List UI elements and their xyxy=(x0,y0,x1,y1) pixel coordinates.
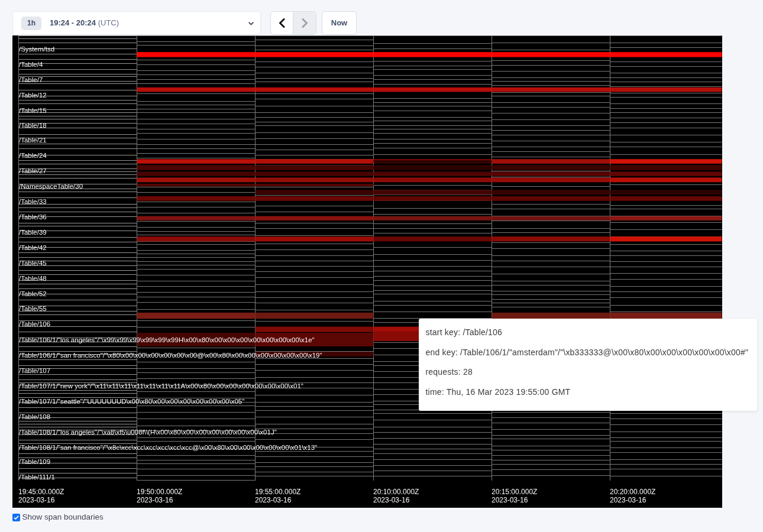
svg-text:20:10:00.000Z: 20:10:00.000Z xyxy=(373,488,419,496)
svg-text:20:15:00.000Z: 20:15:00.000Z xyxy=(492,488,537,496)
svg-text:/Table/106: /Table/106 xyxy=(19,320,50,327)
svg-text:/NamespaceTable/30: /NamespaceTable/30 xyxy=(19,183,83,190)
svg-text:2023-03-16: 2023-03-16 xyxy=(610,496,646,504)
svg-text:/Table/33: /Table/33 xyxy=(19,198,47,205)
svg-text:/Table/15: /Table/15 xyxy=(19,107,47,114)
svg-text:/Table/109: /Table/109 xyxy=(19,458,50,465)
svg-text:/Table/39: /Table/39 xyxy=(19,229,47,236)
svg-text:/Table/24: /Table/24 xyxy=(19,152,47,159)
svg-text:/Table/52: /Table/52 xyxy=(19,290,47,297)
svg-text:/Table/107/1/"seattle"/"UUUUUU: /Table/107/1/"seattle"/"UUUUUUUD\x00\x80… xyxy=(19,398,244,405)
svg-text:/Table/21: /Table/21 xyxy=(19,137,47,144)
svg-text:/Table/108/1/"los angeles"/"\x: /Table/108/1/"los angeles"/"\xa8\xf5\u00… xyxy=(19,429,277,436)
svg-text:/Table/111/1: /Table/111/1 xyxy=(19,473,55,481)
svg-text:2023-03-16: 2023-03-16 xyxy=(137,496,173,504)
svg-text:/Table/106/1/"los angeles"/"\x: /Table/106/1/"los angeles"/"\x99\x99\x99… xyxy=(19,336,315,343)
svg-text:2023-03-16: 2023-03-16 xyxy=(492,496,528,504)
svg-text:/System/tsd: /System/tsd xyxy=(19,46,54,53)
svg-text:/Table/4: /Table/4 xyxy=(19,61,43,68)
svg-text:/Table/106/1/"san francisco"/": /Table/106/1/"san francisco"/"\x80\x00\x… xyxy=(19,352,322,359)
svg-text:/Table/12: /Table/12 xyxy=(19,92,47,99)
svg-text:/Table/18: /Table/18 xyxy=(19,122,47,129)
svg-text:/Table/107/1/"new york"/"\x11\: /Table/107/1/"new york"/"\x11\x11\x11\x1… xyxy=(19,382,303,390)
svg-text:/Table/55: /Table/55 xyxy=(19,305,47,312)
svg-text:2023-03-16: 2023-03-16 xyxy=(373,496,410,504)
svg-text:/Table/36: /Table/36 xyxy=(19,213,47,220)
svg-text:/Table/45: /Table/45 xyxy=(19,259,47,267)
svg-text:/Table/108/1/"san francisco"/": /Table/108/1/"san francisco"/"\x8c\xcc\x… xyxy=(19,444,317,451)
svg-text:/Table/107: /Table/107 xyxy=(19,367,50,374)
svg-text:/Table/7: /Table/7 xyxy=(19,76,43,83)
svg-text:/Table/108: /Table/108 xyxy=(19,413,50,420)
svg-text:/Table/42: /Table/42 xyxy=(19,244,47,251)
svg-text:20:20:00.000Z: 20:20:00.000Z xyxy=(610,488,655,496)
svg-text:19:50:00.000Z: 19:50:00.000Z xyxy=(137,488,182,496)
svg-text:19:55:00.000Z: 19:55:00.000Z xyxy=(255,488,300,496)
svg-text:/Table/48: /Table/48 xyxy=(19,275,47,282)
svg-text:2023-03-16: 2023-03-16 xyxy=(18,496,55,504)
svg-text:2023-03-16: 2023-03-16 xyxy=(255,496,292,504)
svg-text:/Table/27: /Table/27 xyxy=(19,167,47,174)
svg-text:19:45:00.000Z: 19:45:00.000Z xyxy=(18,488,64,496)
